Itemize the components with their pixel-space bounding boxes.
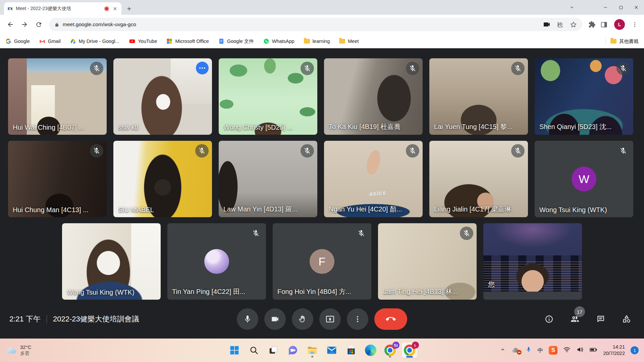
edge-icon: [365, 345, 376, 356]
participant-tile[interactable]: asics Ngan Yu Hei [4C20] 顏...: [324, 141, 423, 217]
participant-tile[interactable]: Tin Yan Ping [4C22] 田...: [167, 223, 266, 300]
back-button[interactable]: [4, 18, 17, 31]
address-bar[interactable]: meet.google.com/wsk-uvga-gco: [49, 18, 582, 31]
weather-widget[interactable]: 32°C 多雲: [5, 344, 32, 356]
participant-tile[interactable]: Hui Wai Ching [4B07] ...: [8, 58, 107, 135]
activities-button[interactable]: [622, 314, 631, 324]
bookmark-folder-learning[interactable]: learning: [304, 39, 330, 44]
participant-tile[interactable]: SIU MABEL: [113, 141, 212, 217]
microsoft-store-button[interactable]: [343, 343, 359, 358]
bookmark-gmail[interactable]: Gmail: [39, 38, 61, 44]
notification-count-badge[interactable]: 1: [631, 346, 639, 354]
window-maximize-button[interactable]: [613, 0, 629, 15]
bookmark-star-button[interactable]: [570, 21, 577, 28]
tile-options-button[interactable]: [196, 62, 209, 74]
videocam-icon: [543, 20, 551, 28]
share-button[interactable]: [557, 21, 564, 28]
camera-button[interactable]: [264, 308, 286, 330]
youtube-icon: [129, 38, 136, 44]
file-explorer-button[interactable]: [305, 343, 320, 358]
meet-favicon: [7, 6, 13, 11]
minimize-icon: [603, 5, 608, 10]
video-row-1: Hui Wai Ching [4B07] ... ssw ktl Wong Ch…: [8, 58, 636, 135]
present-button[interactable]: [319, 308, 341, 330]
onedrive-tray-button[interactable]: [511, 347, 520, 354]
window-minimize-button[interactable]: [598, 0, 613, 15]
mic-button[interactable]: [237, 308, 258, 330]
bookmark-google[interactable]: Google: [5, 38, 30, 44]
chrome-profile-2-button[interactable]: L: [402, 343, 417, 358]
bookmark-youtube[interactable]: YouTube: [129, 38, 157, 44]
mic-off-icon: [406, 62, 419, 75]
mic-in-use-tray-icon[interactable]: [526, 347, 532, 354]
mail-button[interactable]: [324, 343, 339, 358]
browser-tab[interactable]: Meet - 2022-23健樂大使培: [4, 2, 121, 15]
task-view-button[interactable]: [266, 343, 281, 358]
browser-menu-button[interactable]: [632, 21, 638, 28]
task-view-icon: [268, 345, 278, 355]
weather-temperature: 32°C: [20, 344, 32, 351]
volume-tray-button[interactable]: [576, 346, 584, 355]
tray-expand-button[interactable]: [500, 347, 505, 354]
participant-tile[interactable]: Lam Ting Hei [4B13] 林...: [378, 223, 477, 300]
extensions-button[interactable]: [588, 21, 596, 28]
more-options-button[interactable]: [347, 308, 368, 330]
participant-tile[interactable]: F Fong Hoi Yin [4B04] 方...: [273, 223, 371, 300]
new-tab-button[interactable]: [124, 4, 134, 14]
participant-tile[interactable]: Law Man Yin [4D13] 羅...: [219, 141, 317, 217]
camera-in-use-button[interactable]: [543, 20, 551, 28]
participant-tile[interactable]: ssw ktl: [113, 58, 212, 135]
chat-button[interactable]: [596, 315, 605, 323]
ime-indicator[interactable]: 中: [537, 347, 543, 354]
tab-close-button[interactable]: [112, 6, 118, 12]
start-button[interactable]: [227, 343, 242, 358]
participant-tile[interactable]: Wong Christy [5D25] ...: [219, 58, 317, 135]
info-icon: [545, 315, 553, 323]
participant-name: ssw ktl: [118, 124, 207, 131]
bookmark-label: Google 文件: [227, 38, 254, 45]
sogou-ime-icon[interactable]: S: [549, 346, 557, 355]
browser-profile-avatar[interactable]: L: [614, 19, 625, 30]
meeting-details-button[interactable]: [545, 315, 553, 323]
teams-chat-button[interactable]: [285, 343, 301, 358]
edge-button[interactable]: [363, 343, 378, 358]
chevron-down-icon: [570, 5, 574, 10]
participant-tile[interactable]: Lai Yuen Tung [4C15] 黎...: [429, 58, 528, 135]
forward-button[interactable]: [18, 18, 31, 31]
participants-button[interactable]: 17: [570, 314, 580, 324]
taskbar-clock[interactable]: 14:21 20/7/2022: [603, 344, 625, 357]
bookmark-whatsapp[interactable]: WhatsApp: [263, 38, 294, 44]
tab-search-chevron-button[interactable]: [566, 0, 578, 15]
onedrive-paused-badge: [517, 350, 522, 355]
participant-name: Hui Chung Man [4C13] ...: [13, 206, 102, 214]
browser-tab-bar: Meet - 2022-23健樂大使培: [0, 0, 644, 15]
battery-tray-button[interactable]: [589, 346, 597, 355]
participant-tile[interactable]: Liang Jialin [4C17] 梁嘉琳: [429, 141, 528, 217]
reload-button[interactable]: [32, 18, 45, 31]
bookmarks-divider: [605, 38, 606, 45]
participant-name: Ngan Yu Hei [4C20] 顏...: [329, 205, 418, 214]
search-button[interactable]: [246, 343, 262, 358]
participant-tile[interactable]: Hui Chung Man [4C13] ...: [8, 141, 107, 217]
participant-tile[interactable]: To Ka Kiu [4B19] 杜嘉蕎: [324, 58, 423, 135]
raise-hand-button[interactable]: [292, 308, 313, 330]
bookmark-google-docs[interactable]: Google 文件: [218, 38, 254, 45]
clock-time: 14:21: [603, 344, 625, 350]
bookmark-drive[interactable]: My Drive - Googl...: [70, 38, 119, 44]
participant-name: Wong Christy [5D25] ...: [223, 124, 313, 131]
bookmark-microsoft-office[interactable]: Microsoft Office: [166, 38, 209, 44]
wifi-tray-button[interactable]: [563, 346, 571, 355]
side-panel-button[interactable]: [600, 21, 607, 28]
bookmark-label: Gmail: [48, 39, 61, 44]
participant-tile[interactable]: W Wong Tsui King (WTK): [535, 141, 633, 217]
other-bookmarks-button[interactable]: 其他書籤: [610, 38, 639, 45]
shirt-text: asics: [369, 189, 386, 197]
self-view-tile[interactable]: 您: [483, 223, 582, 300]
bookmark-folder-meet[interactable]: Meet: [339, 39, 359, 44]
active-indicator: [406, 356, 413, 358]
end-call-button[interactable]: [374, 308, 407, 330]
participant-tile[interactable]: Shen Qianyi [5D23] 沈...: [535, 58, 633, 135]
window-close-button[interactable]: [629, 0, 644, 15]
participant-tile[interactable]: Wong Tsui King (WTK): [62, 223, 161, 300]
chrome-profile-1-button[interactable]: Sz: [382, 343, 398, 358]
